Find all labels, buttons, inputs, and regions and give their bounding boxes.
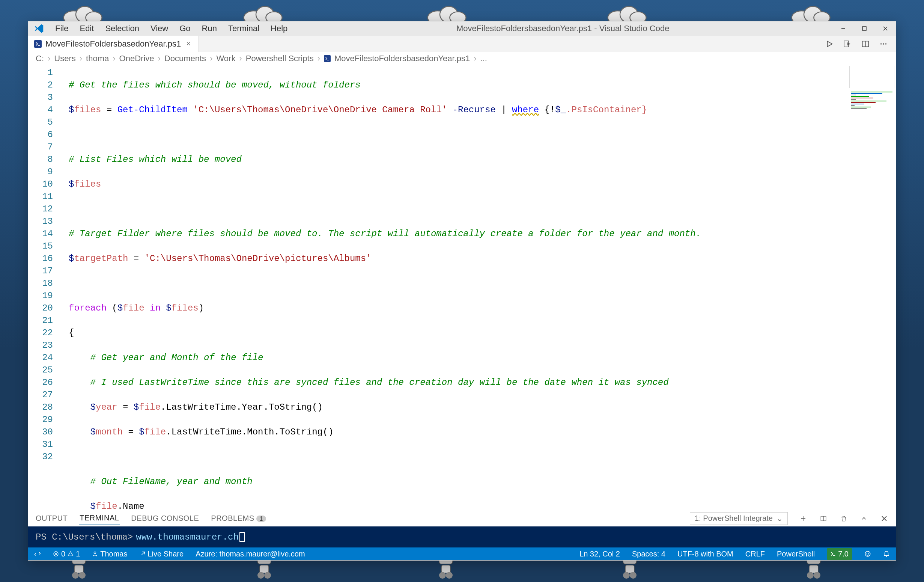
maximize-button[interactable] xyxy=(854,21,875,36)
breadcrumb-item[interactable]: Work xyxy=(216,54,235,63)
line-number-gutter: 1234567891011121314151617181920212223242… xyxy=(28,65,62,510)
maximize-panel-icon[interactable] xyxy=(859,514,869,523)
terminal-cursor xyxy=(239,532,245,542)
menu-terminal[interactable]: Terminal xyxy=(223,22,265,35)
terminal-selector[interactable]: 1: PowerShell Integrate⌄ xyxy=(690,512,788,525)
status-eol[interactable]: CRLF xyxy=(743,550,767,558)
split-editor-icon[interactable] xyxy=(860,38,871,50)
vscode-window: File Edit Selection View Go Run Terminal… xyxy=(28,21,896,561)
close-button[interactable] xyxy=(875,21,896,36)
window-controls xyxy=(833,21,896,36)
breadcrumb-item[interactable]: Documents xyxy=(164,54,206,63)
svg-point-54 xyxy=(885,43,887,45)
run-icon[interactable] xyxy=(824,38,835,50)
svg-point-26 xyxy=(264,572,271,579)
panel-tabs: OUTPUT TERMINAL DEBUG CONSOLE PROBLEMS1 … xyxy=(28,510,896,526)
split-terminal-icon[interactable] xyxy=(818,514,828,523)
panel-tab-output[interactable]: OUTPUT xyxy=(35,512,68,525)
svg-rect-42 xyxy=(809,565,818,573)
run-selection-icon[interactable] xyxy=(842,38,853,50)
editor-area[interactable]: 1234567891011121314151617181920212223242… xyxy=(28,65,896,510)
minimize-button[interactable] xyxy=(833,21,854,36)
breadcrumb-item[interactable]: Users xyxy=(54,54,76,63)
vscode-logo-icon xyxy=(33,23,45,34)
status-powershell-version[interactable]: 7.0 xyxy=(825,548,855,560)
menu-selection[interactable]: Selection xyxy=(100,22,145,35)
svg-point-52 xyxy=(881,43,882,45)
menu-help[interactable]: Help xyxy=(265,22,293,35)
terminal-input[interactable]: www.thomasmaurer.ch xyxy=(136,532,239,542)
chevron-down-icon: ⌄ xyxy=(777,514,783,523)
status-feedback-icon[interactable] xyxy=(862,551,873,557)
menu-run[interactable]: Run xyxy=(197,22,222,35)
terminal-panel[interactable]: PS C:\Users\thoma> www.thomasmaurer.ch xyxy=(28,526,896,547)
svg-point-32 xyxy=(446,572,453,579)
svg-point-19 xyxy=(72,572,79,579)
svg-point-64 xyxy=(94,552,96,554)
code-content[interactable]: # Get the files which should be moved, w… xyxy=(62,65,896,510)
status-azure[interactable]: Azure: thomas.maurer@live.com xyxy=(193,550,307,558)
new-terminal-icon[interactable] xyxy=(798,514,808,523)
window-title: MoveFilestoFoldersbasedonYear.ps1 - Visu… xyxy=(293,24,833,33)
menu-edit[interactable]: Edit xyxy=(74,22,99,35)
svg-point-53 xyxy=(883,43,884,45)
svg-rect-46 xyxy=(863,26,866,30)
menu-bar: File Edit Selection View Go Run Terminal… xyxy=(50,22,293,35)
svg-point-31 xyxy=(439,572,446,579)
svg-point-37 xyxy=(623,572,630,579)
menu-view[interactable]: View xyxy=(145,22,173,35)
breadcrumb-item[interactable]: ... xyxy=(480,54,487,63)
breadcrumb-item[interactable]: Powershell Scripts xyxy=(246,54,314,63)
svg-rect-18 xyxy=(74,565,83,573)
breadcrumb-item[interactable]: thoma xyxy=(86,54,109,63)
status-problems[interactable]: 0 1 xyxy=(51,550,82,558)
tab-close-icon[interactable]: × xyxy=(185,40,192,48)
svg-rect-36 xyxy=(625,565,634,573)
minimap[interactable] xyxy=(849,66,894,88)
status-notifications-icon[interactable] xyxy=(881,551,892,557)
terminal-prompt: PS C:\Users\thoma> xyxy=(36,532,133,542)
svg-point-25 xyxy=(257,572,264,579)
breadcrumb-item[interactable]: MoveFilestoFoldersbasedonYear.ps1 xyxy=(334,54,470,63)
problems-count-badge: 1 xyxy=(256,516,266,522)
title-bar: File Edit Selection View Go Run Terminal… xyxy=(28,21,896,36)
menu-go[interactable]: Go xyxy=(174,22,196,35)
kill-terminal-icon[interactable] xyxy=(839,514,848,523)
svg-rect-24 xyxy=(260,565,269,573)
status-encoding[interactable]: UTF-8 with BOM xyxy=(675,550,736,558)
editor-tabs: MoveFilestoFoldersbasedonYear.ps1 × xyxy=(28,36,896,52)
svg-point-20 xyxy=(79,572,86,579)
remote-indicator[interactable] xyxy=(32,551,43,557)
svg-rect-30 xyxy=(441,565,450,573)
breadcrumb-item[interactable]: C: xyxy=(36,54,44,63)
svg-point-43 xyxy=(807,572,813,579)
svg-point-65 xyxy=(865,551,870,556)
breadcrumb: C:› Users› thoma› OneDrive› Documents› W… xyxy=(28,52,896,65)
svg-point-67 xyxy=(868,553,869,554)
svg-point-38 xyxy=(630,572,637,579)
status-user[interactable]: Thomas xyxy=(90,550,129,558)
editor-tab-active[interactable]: MoveFilestoFoldersbasedonYear.ps1 × xyxy=(28,36,198,52)
svg-point-66 xyxy=(866,553,867,554)
menu-file[interactable]: File xyxy=(50,22,74,35)
status-liveshare[interactable]: Live Share xyxy=(137,550,186,558)
more-actions-icon[interactable] xyxy=(878,38,889,50)
editor-actions xyxy=(824,36,896,52)
tab-label: MoveFilestoFoldersbasedonYear.ps1 xyxy=(45,39,181,49)
powershell-file-icon xyxy=(34,40,42,48)
powershell-file-icon xyxy=(324,55,331,62)
panel-tab-problems[interactable]: PROBLEMS1 xyxy=(210,512,267,525)
close-panel-icon[interactable] xyxy=(879,514,889,523)
panel-tab-debug[interactable]: DEBUG CONSOLE xyxy=(130,512,200,525)
breadcrumb-item[interactable]: OneDrive xyxy=(119,54,154,63)
svg-point-44 xyxy=(813,572,820,579)
status-indentation[interactable]: Spaces: 4 xyxy=(630,550,668,558)
status-cursor-position[interactable]: Ln 32, Col 2 xyxy=(577,550,622,558)
panel-tab-terminal[interactable]: TERMINAL xyxy=(79,511,120,525)
status-language[interactable]: PowerShell xyxy=(775,550,817,558)
status-bar: 0 1 Thomas Live Share Azure: thomas.maur… xyxy=(28,547,896,560)
